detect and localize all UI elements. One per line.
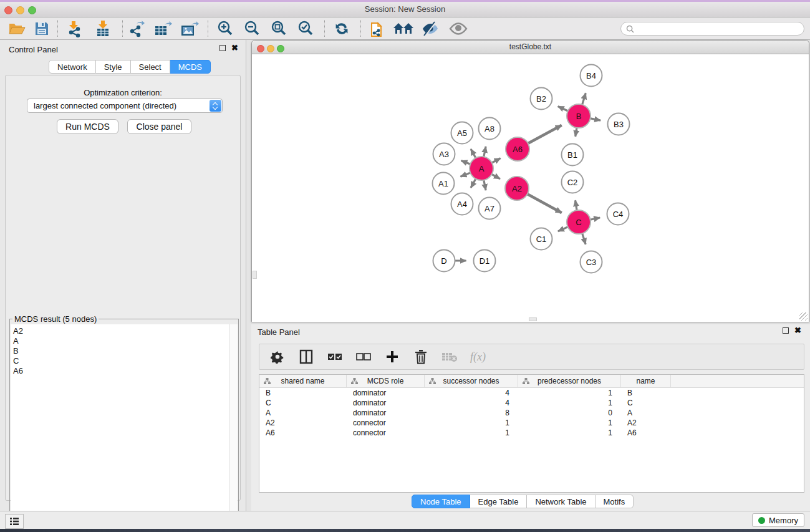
- vertical-scroll-indicator[interactable]: [253, 271, 257, 279]
- select-all-button[interactable]: [327, 349, 343, 365]
- delete-column-button[interactable]: [413, 349, 429, 365]
- float-table-panel-icon[interactable]: [783, 327, 789, 334]
- node-C4[interactable]: C4: [607, 203, 630, 226]
- save-session-button[interactable]: [30, 19, 54, 38]
- node-A8[interactable]: A8: [478, 117, 501, 140]
- node-B4[interactable]: B4: [580, 64, 603, 87]
- zoom-window-button[interactable]: [28, 6, 36, 14]
- mcds-result-item[interactable]: A: [13, 336, 230, 346]
- column-header-name[interactable]: name: [621, 375, 671, 388]
- zoom-selected-button[interactable]: [294, 19, 317, 38]
- tab-mcds[interactable]: MCDS: [170, 60, 211, 74]
- show-panel-list-button[interactable]: [5, 514, 24, 529]
- window-resize-grip[interactable]: [799, 312, 808, 321]
- import-table-button[interactable]: [91, 19, 115, 38]
- node-C2[interactable]: C2: [561, 171, 584, 194]
- node-C3[interactable]: C3: [580, 251, 603, 274]
- network-canvas[interactable]: B4B2BB3A8A5A6A3B1AC2A1A2A4A7C4CC1DD1C3: [252, 55, 809, 322]
- zoom-fit-button[interactable]: [267, 19, 291, 38]
- table-row-A[interactable]: Adominator80A: [259, 408, 804, 418]
- open-session-button[interactable]: [5, 19, 29, 38]
- table-panel-title: Table Panel: [258, 327, 300, 337]
- node-C1[interactable]: C1: [530, 228, 553, 251]
- toggle-view-button[interactable]: [446, 19, 470, 38]
- node-B3[interactable]: B3: [607, 113, 630, 136]
- tab-edge-table[interactable]: Edge Table: [470, 495, 528, 508]
- tab-select[interactable]: Select: [131, 60, 170, 74]
- table-settings-button[interactable]: [269, 349, 286, 365]
- tab-motifs[interactable]: Motifs: [595, 495, 634, 508]
- node-C[interactable]: C: [566, 210, 591, 235]
- hide-labels-button[interactable]: [418, 19, 442, 38]
- tab-network-table[interactable]: Network Table: [527, 495, 595, 508]
- cell-name: B: [621, 388, 671, 398]
- table-row-B[interactable]: Bdominator41B: [259, 388, 804, 398]
- import-network-button[interactable]: [63, 19, 87, 38]
- mcds-result-item[interactable]: A2: [13, 326, 230, 336]
- close-table-panel-icon[interactable]: ✖: [794, 327, 801, 334]
- node-A1[interactable]: A1: [432, 172, 455, 195]
- horizontal-scroll-indicator[interactable]: [529, 317, 537, 321]
- search-input[interactable]: [637, 24, 804, 33]
- add-column-button[interactable]: [384, 349, 400, 365]
- memory-button[interactable]: Memory: [752, 513, 804, 527]
- refresh-button[interactable]: [330, 19, 354, 38]
- mcds-result-item[interactable]: A6: [13, 366, 230, 376]
- table-header-row: shared nameMCDS rolesuccessor nodesprede…: [259, 375, 804, 388]
- export-image-button[interactable]: [178, 19, 201, 38]
- tab-style[interactable]: Style: [96, 60, 131, 74]
- tab-node-table[interactable]: Node Table: [412, 495, 470, 508]
- mcds-result-item[interactable]: B: [13, 346, 230, 356]
- minimize-window-button[interactable]: [16, 6, 24, 14]
- table-row-A6[interactable]: A6connector11A6: [259, 428, 804, 438]
- show-all-networks-button[interactable]: [392, 19, 415, 38]
- close-network-button[interactable]: [257, 45, 264, 52]
- main-titlebar: Session: New Session: [0, 2, 810, 17]
- criterion-dropdown-value: largest connected component (directed): [34, 99, 176, 112]
- node-A3[interactable]: A3: [433, 143, 456, 166]
- table-row-C[interactable]: Cdominator41C: [259, 398, 804, 408]
- float-panel-icon[interactable]: [219, 45, 226, 51]
- node-D[interactable]: D: [433, 249, 456, 273]
- column-header-predecessor-nodes[interactable]: predecessor nodes: [518, 375, 621, 388]
- zoom-in-icon: [216, 20, 234, 37]
- column-header-MCDS-role[interactable]: MCDS role: [347, 375, 425, 388]
- result-scrollbar[interactable]: [229, 324, 238, 532]
- node-A6[interactable]: A6: [505, 137, 530, 162]
- criterion-dropdown[interactable]: largest connected component (directed): [27, 99, 223, 113]
- node-B[interactable]: B: [566, 104, 591, 128]
- zoom-out-icon: [243, 20, 261, 37]
- export-table-button[interactable]: [151, 19, 175, 38]
- mcds-result-list[interactable]: A2ABCA6: [11, 324, 230, 532]
- export-network-button[interactable]: [125, 19, 148, 38]
- close-window-button[interactable]: [4, 6, 12, 14]
- node-B2[interactable]: B2: [530, 87, 553, 110]
- deselect-all-button[interactable]: [355, 349, 372, 365]
- zoom-network-button[interactable]: [277, 45, 284, 52]
- column-header-successor-nodes[interactable]: successor nodes: [425, 375, 518, 388]
- cell-shared-name: C: [259, 398, 347, 408]
- node-D1[interactable]: D1: [473, 249, 496, 273]
- run-mcds-button[interactable]: Run MCDS: [57, 119, 118, 134]
- close-panel-button[interactable]: Close panel: [127, 119, 191, 134]
- node-A5[interactable]: A5: [451, 122, 474, 145]
- clone-network-button[interactable]: [366, 19, 390, 38]
- column-header-shared-name[interactable]: shared name: [259, 375, 347, 388]
- node-A4[interactable]: A4: [451, 193, 474, 216]
- node-A2[interactable]: A2: [504, 176, 529, 201]
- zoom-in-button[interactable]: [213, 19, 237, 38]
- toolbar-separator: [122, 20, 123, 37]
- houses-icon: [393, 21, 414, 36]
- tab-network[interactable]: Network: [49, 60, 96, 74]
- mcds-result-item[interactable]: C: [13, 356, 230, 366]
- table-row-A2[interactable]: A2connector11A2: [259, 418, 804, 428]
- column-visibility-button[interactable]: [298, 349, 314, 365]
- network-window-titlebar[interactable]: testGlobe.txt: [252, 41, 809, 54]
- node-A[interactable]: A: [469, 156, 494, 181]
- zoom-out-button[interactable]: [240, 19, 264, 38]
- cell-shared-name: B: [259, 388, 347, 398]
- close-panel-icon[interactable]: ✖: [231, 45, 238, 51]
- minimize-network-button[interactable]: [267, 45, 274, 52]
- node-A7[interactable]: A7: [478, 197, 501, 220]
- node-B1[interactable]: B1: [561, 143, 584, 167]
